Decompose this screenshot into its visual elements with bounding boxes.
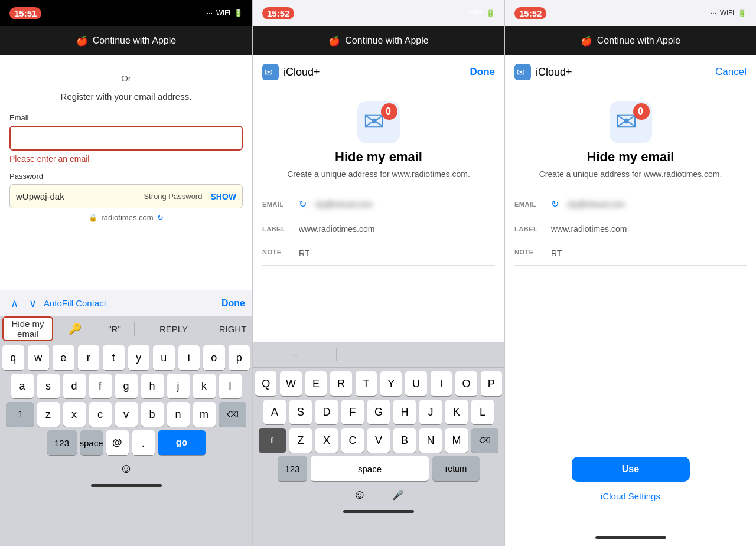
strong-password-badge: Strong Password xyxy=(140,191,206,202)
key-j[interactable]: j xyxy=(167,374,190,398)
key-y[interactable]: y xyxy=(128,345,150,370)
key-u[interactable]: u xyxy=(153,345,175,370)
key-a[interactable]: a xyxy=(11,374,34,398)
key-r[interactable]: r xyxy=(78,345,100,370)
key2-S[interactable]: S xyxy=(289,400,312,424)
continue-apple-bar-1[interactable]: 🍎 Continue with Apple xyxy=(0,26,252,55)
key2-J[interactable]: J xyxy=(419,400,442,424)
kb2-sug-2[interactable] xyxy=(337,352,421,357)
key-e[interactable]: e xyxy=(53,345,74,370)
key-m[interactable]: m xyxy=(193,402,216,427)
emoji-key-1[interactable]: ☺ xyxy=(119,461,132,476)
key2-K[interactable]: K xyxy=(445,400,468,424)
hide-email-suggestion[interactable]: Hide my email xyxy=(2,316,53,341)
key-b[interactable]: b xyxy=(141,402,164,427)
kb-bottom-row: 123 space @ . go xyxy=(0,427,252,455)
key2-A[interactable]: A xyxy=(263,400,286,424)
apple-icon-2: 🍎 xyxy=(328,35,340,47)
key-go[interactable]: go xyxy=(158,430,206,455)
key2-return[interactable]: return xyxy=(432,456,480,481)
key2-I[interactable]: I xyxy=(431,371,452,396)
key-z[interactable]: z xyxy=(37,402,60,427)
key-d[interactable]: d xyxy=(63,374,86,398)
key2-delete[interactable]: ⌫ xyxy=(471,428,498,453)
icloud-done-button-2[interactable]: Done xyxy=(470,66,496,78)
key2-T[interactable]: T xyxy=(356,371,377,396)
key-shift[interactable]: ⇧ xyxy=(6,402,34,427)
key-x[interactable]: x xyxy=(63,402,86,427)
key-s[interactable]: s xyxy=(37,374,60,398)
key2-D[interactable]: D xyxy=(315,400,338,424)
note-divider-2 xyxy=(262,265,495,266)
kb2-sug-1[interactable]: ··· xyxy=(253,348,337,361)
key-k[interactable]: k xyxy=(193,374,216,398)
key2-N[interactable]: N xyxy=(419,428,442,453)
key-q[interactable]: q xyxy=(2,345,24,370)
key2-H[interactable]: H xyxy=(393,400,416,424)
nav-down-arrow[interactable]: ∨ xyxy=(25,296,40,311)
key-o[interactable]: o xyxy=(203,345,225,370)
key-w[interactable]: w xyxy=(28,345,50,370)
r-suggestion[interactable]: "R" xyxy=(95,322,135,336)
show-password-button[interactable]: SHOW xyxy=(210,192,236,201)
key-g[interactable]: g xyxy=(115,374,138,398)
key-c[interactable]: c xyxy=(89,402,112,427)
key-at[interactable]: @ xyxy=(106,430,129,455)
key2-E[interactable]: E xyxy=(305,371,327,396)
key-numbers[interactable]: 123 xyxy=(47,430,77,455)
emoji-key-2[interactable]: ☺ xyxy=(353,487,366,502)
key2-V[interactable]: V xyxy=(367,428,390,453)
use-button[interactable]: Use xyxy=(572,457,690,482)
email-input-wrapper xyxy=(9,126,243,151)
key-n[interactable]: n xyxy=(167,402,190,427)
key2-Z[interactable]: Z xyxy=(289,428,312,453)
key-v[interactable]: v xyxy=(115,402,138,427)
icloud-settings-link[interactable]: iCloud Settings xyxy=(505,491,756,501)
kb2-suggestions: ··· xyxy=(253,342,504,368)
nav-up-arrow[interactable]: ∧ xyxy=(7,296,22,311)
key-t[interactable]: t xyxy=(103,345,125,370)
key-f[interactable]: f xyxy=(89,374,112,398)
right-suggestion[interactable]: RIGHT xyxy=(213,322,252,336)
key2-C[interactable]: C xyxy=(341,428,364,453)
key2-P[interactable]: P xyxy=(481,371,502,396)
key2-Y[interactable]: Y xyxy=(380,371,402,396)
kb2-sug-3[interactable] xyxy=(421,352,504,357)
key-dot[interactable]: . xyxy=(132,430,155,455)
key-i[interactable]: i xyxy=(178,345,200,370)
label-row-2: LABEL www.radiotimes.com xyxy=(253,217,504,241)
key2-Q[interactable]: Q xyxy=(255,371,276,396)
autofill-done-button[interactable]: Done xyxy=(221,298,245,309)
key-icon-suggestion[interactable]: 🔑 xyxy=(56,320,95,338)
refresh-icon-3[interactable]: ↻ xyxy=(551,198,559,210)
key2-shift[interactable]: ⇧ xyxy=(259,428,286,453)
key-l[interactable]: l xyxy=(219,374,242,398)
key2-W[interactable]: W xyxy=(280,371,301,396)
key2-B[interactable]: B xyxy=(393,428,416,453)
key2-numbers[interactable]: 123 xyxy=(278,456,307,481)
email-input[interactable] xyxy=(17,133,236,143)
key2-space[interactable]: space xyxy=(311,456,429,481)
refresh-icon-2[interactable]: ↻ xyxy=(299,198,307,210)
icloud-cancel-button-3[interactable]: Cancel xyxy=(715,66,747,78)
key-space-before[interactable]: space xyxy=(80,430,103,455)
key-h[interactable]: h xyxy=(141,374,164,398)
key2-M[interactable]: M xyxy=(445,428,468,453)
svg-text:✉: ✉ xyxy=(517,67,524,77)
key-p[interactable]: p xyxy=(229,345,250,370)
key-delete[interactable]: ⌫ xyxy=(219,402,246,427)
key2-U[interactable]: U xyxy=(405,371,426,396)
reply-suggestion[interactable]: REPLY xyxy=(135,322,213,336)
key2-G[interactable]: G xyxy=(367,400,390,424)
or-divider: Or xyxy=(9,73,243,83)
key2-R[interactable]: R xyxy=(330,371,351,396)
key2-X[interactable]: X xyxy=(315,428,338,453)
icloud-sheet-3: ✉ iCloud+ Cancel ✉ 0 Hide my email Creat… xyxy=(505,55,756,546)
key2-F[interactable]: F xyxy=(341,400,364,424)
mic-icon-2[interactable]: 🎤 xyxy=(392,489,404,501)
status-bar-1: 15:51 ··· WiFi 🔋 xyxy=(0,0,252,26)
continue-apple-bar-3: 🍎 Continue with Apple xyxy=(505,26,756,55)
key2-L[interactable]: L xyxy=(471,400,494,424)
email-field-row-2: EMAIL ↻ .0y@icloud.com xyxy=(253,191,504,217)
key2-O[interactable]: O xyxy=(455,371,477,396)
